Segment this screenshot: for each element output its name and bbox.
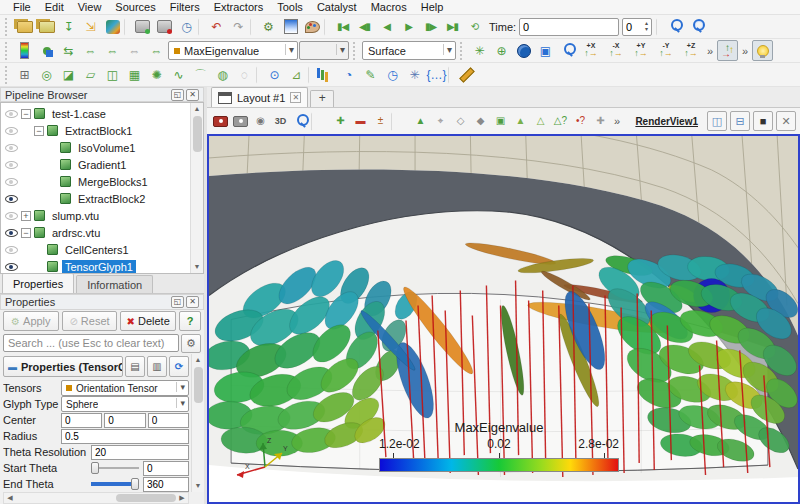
select-cells-on-surface-icon[interactable]: ▲ [411, 112, 430, 131]
record-animation-icon[interactable]: ◉ [251, 112, 270, 131]
extract-selection-icon[interactable]: ✳ [404, 64, 425, 85]
tree-expander-icon[interactable]: − [21, 109, 31, 119]
end-theta-field[interactable] [143, 477, 189, 492]
camera-orientation-widget-toggle[interactable] [717, 40, 738, 61]
redo-icon[interactable]: ↷ [228, 16, 249, 37]
visibility-eye-icon[interactable] [5, 212, 18, 220]
rubber-band-zoom-icon[interactable] [513, 40, 534, 61]
toolbar-drag-handle[interactable] [5, 18, 10, 36]
select-blocks-icon[interactable]: ▣ [491, 112, 510, 131]
set-view-plus-x-button[interactable]: +X [579, 40, 603, 61]
radius-field[interactable] [61, 429, 189, 444]
edit-color-map-icon[interactable] [36, 40, 57, 61]
toggle-color-legend-icon[interactable] [14, 40, 35, 61]
color-palette-icon[interactable] [302, 16, 323, 37]
tree-expander-icon[interactable]: − [21, 228, 31, 238]
help-button[interactable]: ? [179, 311, 201, 331]
open-file-icon[interactable] [14, 16, 35, 37]
menu-sources[interactable]: Sources [108, 1, 162, 13]
paste-properties-icon[interactable]: ▥ [147, 356, 167, 377]
reset-session-icon[interactable]: ⇲ [80, 16, 101, 37]
pipeline-item-isovolume1[interactable]: IsoVolume1 [1, 139, 188, 156]
tree-expander-icon[interactable] [47, 143, 57, 153]
select-points-on-surface-icon[interactable]: ⌖ [431, 112, 450, 131]
menu-view[interactable]: View [71, 1, 109, 13]
visibility-eye-icon[interactable] [5, 110, 18, 118]
zoom-closest-to-data-icon[interactable] [557, 40, 578, 61]
render-options-icon[interactable] [280, 16, 301, 37]
first-frame-button[interactable]: ▮◀ [332, 16, 353, 37]
zoom-to-box-icon[interactable] [291, 112, 310, 131]
calculator-icon[interactable]: ⊞ [14, 64, 35, 85]
visibility-eye-icon[interactable] [5, 127, 18, 135]
add-layout-tab[interactable]: + [310, 90, 334, 107]
pipeline-item-test-1-case[interactable]: − test-1.case [1, 105, 188, 122]
set-view-plus-y-button[interactable]: +Y [629, 40, 653, 61]
warp-icon[interactable]: ⌒ [190, 64, 211, 85]
start-theta-slider[interactable] [91, 461, 139, 475]
interaction-mode-3d-icon[interactable]: 3D [271, 112, 290, 131]
set-view-minus-y-button[interactable]: -Y [654, 40, 678, 61]
light-kit-toggle[interactable] [752, 40, 773, 61]
ruler-icon[interactable] [456, 64, 477, 85]
time-value-input[interactable] [519, 18, 619, 36]
rescale-to-data-icon[interactable]: ⇔ [80, 40, 101, 61]
apply-button[interactable]: ⚙ Apply [3, 311, 59, 331]
clip-icon[interactable]: ◪ [58, 64, 79, 85]
tab-properties[interactable]: Properties [2, 273, 74, 293]
plot-over-line-icon[interactable]: ⊿ [286, 64, 307, 85]
save-screenshot-icon[interactable] [211, 112, 230, 131]
grow-selection-icon[interactable]: ✚ [591, 112, 610, 131]
float-dock-icon[interactable]: ◱ [171, 89, 184, 101]
visibility-eye-icon[interactable] [5, 229, 18, 237]
render-viewport[interactable]: MaxEigenvalue 1.2e-02 0.02 2.8e-02 [207, 134, 800, 504]
close-dock-icon[interactable]: ✕ [186, 89, 199, 101]
save-data-icon[interactable]: ↧ [58, 16, 79, 37]
close-view-button[interactable]: ✕ [776, 111, 796, 131]
menu-macros[interactable]: Macros [364, 1, 414, 13]
extract-subset-icon[interactable]: ▦ [124, 64, 145, 85]
visibility-eye-icon[interactable] [5, 263, 18, 271]
paraview-logo-icon[interactable] [102, 16, 123, 37]
restore-defaults-icon[interactable]: ⟳ [169, 356, 189, 377]
visibility-eye-icon[interactable] [5, 144, 18, 152]
pipeline-item-extractblock2[interactable]: ExtractBlock2 [1, 190, 188, 207]
pipeline-item-tensorglyph1[interactable]: TensorGlyph1 [1, 258, 188, 274]
tree-expander-icon[interactable] [47, 177, 57, 187]
select-cells-frustum-icon[interactable]: ◇ [451, 112, 470, 131]
properties-section-header[interactable]: ▬ Properties (TensorGly [3, 356, 123, 377]
play-backward-button[interactable]: ◀ [376, 16, 397, 37]
undo-icon[interactable]: ↶ [206, 16, 227, 37]
tree-expander-icon[interactable]: − [34, 126, 44, 136]
subtract-selection-icon[interactable]: ▬ [351, 112, 370, 131]
last-frame-button[interactable]: ▶▮ [442, 16, 463, 37]
toolbar-drag-handle[interactable] [5, 42, 10, 60]
set-view-plus-z-button[interactable]: +Z [679, 40, 703, 61]
end-theta-slider[interactable] [91, 477, 139, 491]
probe-location-icon[interactable]: ⊙ [264, 64, 285, 85]
menu-filters[interactable]: Filters [163, 1, 207, 13]
load-state-icon[interactable] [36, 16, 57, 37]
tab-information[interactable]: Information [76, 275, 153, 293]
add-selection-icon[interactable]: ✚ [331, 112, 350, 131]
menu-catalyst[interactable]: Catalyst [310, 1, 364, 13]
visibility-eye-icon[interactable] [5, 246, 18, 254]
pipeline-item-cellcenters1[interactable]: CellCenters1 [1, 241, 188, 258]
tree-expander-icon[interactable] [34, 262, 44, 272]
rescale-visible-icon[interactable]: ⇔ [146, 40, 167, 61]
select-points-frustum-icon[interactable]: ◆ [471, 112, 490, 131]
copy-properties-icon[interactable]: ▤ [125, 356, 145, 377]
rescale-temporal-icon[interactable]: ⇔ [124, 40, 145, 61]
tree-expander-icon[interactable] [47, 194, 57, 204]
pipeline-item-mergeblocks1[interactable]: MergeBlocks1 [1, 173, 188, 190]
next-frame-button[interactable]: ▮▶ [420, 16, 441, 37]
interactive-select-points-icon[interactable]: △ [531, 112, 550, 131]
theta-resolution-field[interactable] [91, 445, 189, 460]
pipeline-item-gradient1[interactable]: Gradient1 [1, 156, 188, 173]
glyph-icon[interactable]: ✺ [146, 64, 167, 85]
menu-edit[interactable]: Edit [38, 1, 71, 13]
set-view-minus-x-button[interactable]: -X [604, 40, 628, 61]
visibility-eye-icon[interactable] [5, 161, 18, 169]
search-options-gear-icon[interactable]: ⚙ [181, 334, 201, 353]
menu-file[interactable]: File [6, 1, 38, 13]
